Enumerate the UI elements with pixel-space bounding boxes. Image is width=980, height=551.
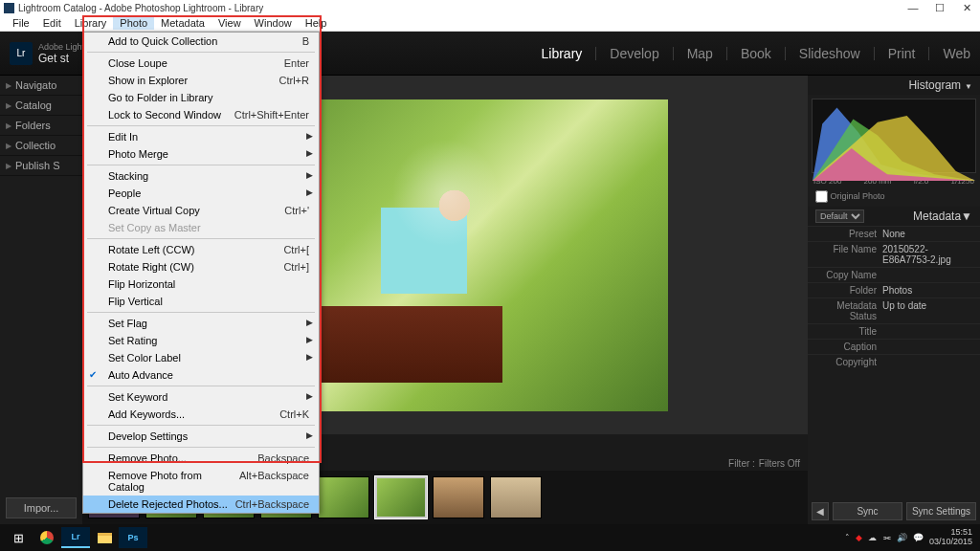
menu-item-rotate-right-cw[interactable]: Rotate Right (CW)Ctrl+] — [83, 258, 319, 276]
menu-item-set-flag[interactable]: Set Flag▶ — [83, 315, 319, 332]
module-print[interactable]: Print — [888, 46, 916, 61]
maximize-button[interactable]: ☐ — [926, 2, 953, 14]
metadata-rows: PresetNoneFile Name20150522-E86A7753-2.j… — [808, 226, 980, 369]
menu-item-add-to-quick-collection[interactable]: Add to Quick CollectionB — [83, 33, 319, 50]
menu-item-rotate-left-ccw[interactable]: Rotate Left (CCW)Ctrl+[ — [83, 241, 319, 258]
module-library[interactable]: Library — [542, 46, 583, 61]
chevron-right-icon: ▶ — [6, 101, 11, 110]
taskbar-chrome-icon[interactable] — [33, 527, 61, 548]
chevron-right-icon: ▶ — [6, 142, 11, 150]
tray-app-icon[interactable]: ◆ — [856, 533, 862, 542]
menu-photo[interactable]: Photo — [113, 16, 154, 30]
photo-menu-dropdown[interactable]: Add to Quick CollectionBClose LoupeEnter… — [82, 32, 320, 514]
prev-photo-button[interactable]: ◀ — [812, 502, 829, 520]
menu-item-people[interactable]: People▶ — [83, 185, 319, 202]
metadata-panel-header[interactable]: Default Metadata▼ — [808, 207, 980, 226]
left-panel-catalog[interactable]: ▶Catalog — [0, 96, 82, 116]
system-tray[interactable]: ˄ ◆ ☁ ⫘ 🔊 💬 15:51 03/10/2015 — [845, 528, 976, 547]
menu-item-add-keywords[interactable]: Add Keywords...Ctrl+K — [83, 406, 319, 423]
sync-button[interactable]: Sync — [833, 502, 902, 520]
app-menu-bar: FileEditLibraryPhotoMetadataViewWindowHe… — [0, 15, 980, 32]
metadata-preset-select[interactable]: Default — [815, 209, 864, 223]
menu-item-set-color-label[interactable]: Set Color Label▶ — [83, 349, 319, 366]
tray-network-icon[interactable]: ⫘ — [882, 533, 891, 542]
metadata-row-file-name[interactable]: File Name20150522-E86A7753-2.jpg — [808, 241, 980, 267]
chevron-right-icon: ▶ — [6, 121, 11, 130]
original-photo-label: Original Photo — [831, 191, 885, 201]
tray-up-icon[interactable]: ˄ — [845, 533, 850, 542]
taskbar-lightroom-icon[interactable]: Lr — [61, 527, 90, 548]
close-button[interactable]: ✕ — [953, 2, 980, 14]
menu-item-go-to-folder-in-library[interactable]: Go to Folder in Library — [83, 89, 319, 106]
original-photo-row: Original Photo — [808, 188, 980, 205]
metadata-row-title[interactable]: Title — [808, 323, 980, 339]
chevron-right-icon: ▶ — [306, 430, 313, 440]
menu-edit[interactable]: Edit — [36, 16, 68, 30]
menu-item-auto-advance[interactable]: ✔Auto Advance — [83, 366, 319, 384]
tray-notifications-icon[interactable]: 💬 — [913, 533, 924, 542]
sync-settings-button[interactable]: Sync Settings — [906, 502, 976, 520]
menu-item-show-in-explorer[interactable]: Show in ExplorerCtrl+R — [83, 72, 319, 89]
check-icon: ✔ — [89, 369, 97, 380]
menu-library[interactable]: Library — [68, 16, 114, 30]
taskbar-clock[interactable]: 15:51 03/10/2015 — [929, 528, 976, 547]
start-button[interactable]: ⊞ — [4, 527, 33, 548]
menu-item-close-loupe[interactable]: Close LoupeEnter — [83, 55, 319, 72]
module-book[interactable]: Book — [741, 46, 771, 61]
chevron-right-icon: ▶ — [306, 148, 313, 158]
filmstrip-thumb[interactable] — [490, 476, 542, 518]
menu-item-set-rating[interactable]: Set Rating▶ — [83, 332, 319, 349]
menu-item-flip-horizontal[interactable]: Flip Horizontal — [83, 276, 319, 293]
lr-mark-icon: Lr — [10, 42, 33, 65]
minimize-button[interactable]: — — [900, 2, 926, 13]
chevron-right-icon: ▶ — [306, 352, 313, 362]
histogram[interactable] — [812, 99, 976, 173]
menu-item-remove-photo[interactable]: Remove Photo...Backspace — [83, 450, 319, 467]
left-panel-navigato[interactable]: ▶Navigato — [0, 76, 82, 96]
metadata-row-folder[interactable]: FolderPhotos — [808, 282, 980, 298]
menu-item-flip-vertical[interactable]: Flip Vertical — [83, 293, 319, 310]
filmstrip-thumb-selected[interactable] — [375, 476, 427, 518]
filmstrip-thumb[interactable] — [318, 476, 369, 518]
taskbar-explorer-icon[interactable] — [90, 527, 119, 548]
module-develop[interactable]: Develop — [610, 46, 658, 61]
metadata-row-metadata-status[interactable]: Metadata StatusUp to date — [808, 298, 980, 323]
tray-onedrive-icon[interactable]: ☁ — [868, 533, 877, 542]
metadata-row-copy-name[interactable]: Copy Name — [808, 267, 980, 282]
menu-item-create-virtual-copy[interactable]: Create Virtual CopyCtrl+' — [83, 202, 319, 219]
left-panel-collectio[interactable]: ▶Collectio — [0, 136, 82, 156]
left-panel-folders[interactable]: ▶Folders — [0, 116, 82, 136]
menu-view[interactable]: View — [212, 16, 248, 30]
app-icon — [4, 3, 14, 13]
module-web[interactable]: Web — [943, 46, 970, 61]
filter-value[interactable]: Filters Off — [759, 458, 800, 469]
taskbar-photoshop-icon[interactable]: Ps — [119, 527, 147, 548]
metadata-row-caption[interactable]: Caption — [808, 339, 980, 354]
left-panel-publish s[interactable]: ▶Publish S — [0, 156, 82, 176]
menu-window[interactable]: Window — [248, 16, 299, 30]
menu-metadata[interactable]: Metadata — [154, 16, 212, 30]
filmstrip-thumb[interactable] — [433, 476, 484, 518]
menu-item-set-copy-as-master: Set Copy as Master — [83, 219, 319, 236]
original-photo-checkbox[interactable] — [815, 190, 828, 203]
menu-item-lock-to-second-window[interactable]: Lock to Second WindowCtrl+Shift+Enter — [83, 106, 319, 123]
menu-file[interactable]: File — [6, 16, 36, 30]
histogram-label: Histogram — [908, 78, 961, 92]
left-panel: ▶Navigato▶Catalog▶Folders▶Collectio▶Publ… — [0, 76, 82, 524]
menu-item-remove-photo-from-catalog[interactable]: Remove Photo from CatalogAlt+Backspace — [83, 467, 319, 496]
import-button[interactable]: Impor... — [6, 497, 77, 518]
tray-volume-icon[interactable]: 🔊 — [897, 533, 907, 542]
menu-help[interactable]: Help — [299, 16, 334, 30]
metadata-row-copyright[interactable]: Copyright — [808, 354, 980, 369]
menu-item-set-keyword[interactable]: Set Keyword▶ — [83, 388, 319, 406]
metadata-row-preset[interactable]: PresetNone — [808, 226, 980, 241]
module-map[interactable]: Map — [687, 46, 713, 61]
menu-item-delete-rejected-photos[interactable]: Delete Rejected Photos...Ctrl+Backspace — [83, 496, 319, 513]
menu-item-stacking[interactable]: Stacking▶ — [83, 167, 319, 185]
menu-item-edit-in[interactable]: Edit In▶ — [83, 128, 319, 145]
menu-item-develop-settings[interactable]: Develop Settings▶ — [83, 428, 319, 445]
menu-item-photo-merge[interactable]: Photo Merge▶ — [83, 145, 319, 163]
windows-taskbar[interactable]: ⊞ Lr Ps ˄ ◆ ☁ ⫘ 🔊 💬 15:51 03/10/2015 — [0, 524, 980, 551]
module-slideshow[interactable]: Slideshow — [799, 46, 860, 61]
histogram-panel-header[interactable]: Histogram▼ — [808, 76, 980, 95]
